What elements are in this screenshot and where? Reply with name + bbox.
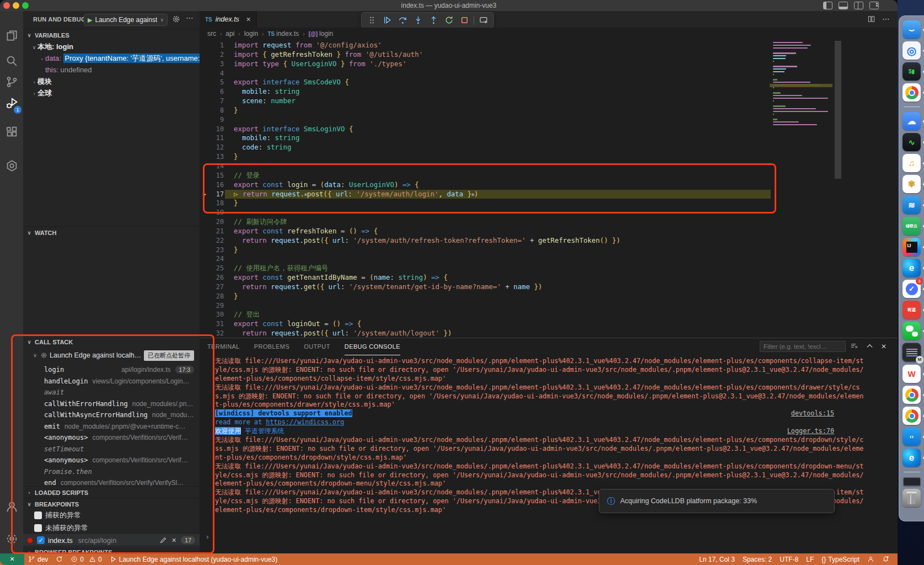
code-line[interactable]: 15// 登录	[200, 171, 898, 180]
stack-frame[interactable]: callWithAsyncErrorHandlingnode_modules…	[23, 409, 200, 421]
breakpoints-section-header[interactable]: ∨BREAKPOINTS	[23, 498, 200, 510]
variable-value[interactable]: Proxy {tenantName: '芋道源码', username:…	[63, 54, 200, 63]
open-inspector-button[interactable]	[476, 14, 491, 27]
toggle-panel-icon[interactable]	[839, 2, 848, 9]
dock-app-cloud-drive-app[interactable]: ☁	[902, 112, 921, 130]
activity-item-explorer[interactable]	[0, 25, 23, 45]
exception-breakpoint-row[interactable]: 捕获的异常	[23, 509, 200, 522]
code-line[interactable]: 27 return request.get({ url: '/system/te…	[200, 282, 898, 292]
code-line[interactable]: 23}	[200, 246, 898, 255]
console-filter-input[interactable]	[760, 341, 846, 352]
statusbar-cursor-position[interactable]: Ln 17, Col 3	[695, 553, 739, 565]
variable-row[interactable]: this: undefined	[23, 64, 200, 76]
dock-app-activity-monitor[interactable]: ∿	[902, 133, 921, 151]
dock-app-youdao-dict[interactable]: 有道	[902, 301, 921, 319]
breakpoint-checkbox[interactable]: ✓	[37, 536, 45, 544]
code-line[interactable]: 26export const getTenantIdByName = (name…	[200, 273, 898, 282]
close-tab-icon[interactable]: ✕	[246, 16, 251, 23]
debug-session-row[interactable]: ∨ Launch Edge against localhost... 已在断点处…	[23, 349, 200, 362]
code-line[interactable]: 29	[200, 301, 898, 311]
panel-tab-terminal[interactable]: TERMINAL	[207, 338, 240, 355]
code-line[interactable]: 32 return request.post({ url: '/system/a…	[200, 329, 898, 338]
statusbar-encoding[interactable]: UTF-8	[776, 553, 802, 565]
split-editor-layout-icon[interactable]	[854, 2, 863, 9]
stack-frame[interactable]: emitnode_modules/.pnpm/@vue+runtime-c…	[23, 421, 200, 433]
step-into-button[interactable]	[410, 14, 426, 27]
dock-app-trash[interactable]	[902, 489, 921, 507]
watch-section-header[interactable]: ∨WATCH	[23, 226, 200, 238]
customize-layout-icon[interactable]	[869, 2, 879, 9]
split-editor-icon[interactable]	[867, 15, 875, 23]
code-line[interactable]: 31export const loginOut = () => {	[200, 319, 898, 329]
activity-item-ai-extension[interactable]	[0, 156, 23, 175]
dock-app-screenshot-preview[interactable]: M	[902, 343, 921, 362]
start-debug-icon[interactable]: ▶	[88, 17, 92, 24]
loaded-scripts-section-header[interactable]: ›LOADED SCRIPTS	[23, 486, 200, 498]
dock-app-compass-app[interactable]: ◎	[902, 41, 921, 60]
statusbar-eol[interactable]: LF	[802, 553, 818, 565]
code-line[interactable]: 13}	[200, 152, 898, 162]
dock-app-ticktick[interactable]: ✓3	[902, 280, 921, 298]
dock-app-intellij-idea[interactable]: IJ	[902, 238, 921, 256]
dock-app-chrome[interactable]	[902, 83, 921, 102]
breadcrumb-item[interactable]: src	[207, 30, 216, 38]
activity-item-source-control[interactable]	[0, 72, 23, 92]
stack-frame[interactable]: callWithErrorHandlingnode_modules/.pnp…	[23, 398, 200, 410]
activity-item-extensions[interactable]	[0, 121, 23, 141]
code-line[interactable]: 19	[200, 208, 898, 217]
drag-handle-button[interactable]	[364, 14, 379, 27]
stack-frame[interactable]: await	[23, 387, 200, 398]
breadcrumb-item[interactable]: login	[244, 30, 258, 38]
code-line[interactable]: 14	[200, 162, 898, 171]
panel-tab-debug-console[interactable]: DEBUG CONSOLE	[345, 338, 400, 355]
panel-tab-problems[interactable]: PROBLEMS	[254, 338, 289, 355]
dock-app-edge[interactable]: e	[902, 259, 921, 277]
breadcrumb-item[interactable]: api	[225, 30, 234, 38]
exception-checkbox[interactable]	[34, 524, 42, 532]
stack-frame[interactable]: <anonymous>components/Verifition/src/Ver…	[23, 432, 200, 444]
toggle-sidebar-icon[interactable]	[823, 2, 832, 9]
tab-index-ts[interactable]: TS index.ts ✕	[200, 11, 257, 28]
notification-toast[interactable]: ⓘ Acquiring CodeLLDB platform package: 3…	[599, 489, 835, 513]
breadcrumb-item[interactable]: [@] login	[309, 30, 334, 38]
dock-app-qq-music[interactable]: ♫	[902, 154, 921, 172]
console-input-prompt[interactable]: ›	[205, 532, 209, 541]
code-line[interactable]: 18}	[200, 199, 898, 208]
code-line[interactable]: 24	[200, 254, 898, 264]
activity-item-settings[interactable]	[0, 529, 23, 548]
breakpoint-file-row[interactable]: ✓index.tssrc/api/login✕17	[23, 534, 200, 547]
variables-section-header[interactable]: ∨VARIABLES	[23, 29, 200, 41]
close-panel-icon[interactable]: ✕	[881, 343, 887, 350]
dock-app-lvlian-cloud[interactable]: 绿联云	[902, 217, 921, 235]
remove-breakpoint-icon[interactable]: ✕	[171, 537, 176, 544]
step-over-button[interactable]	[395, 14, 410, 27]
statusbar-debug-launch-config[interactable]: Launch Edge against localhost (yudao-ui-…	[106, 553, 282, 565]
editor-more-actions-icon[interactable]: ⋯	[882, 14, 890, 23]
statusbar-sync-changes[interactable]	[52, 553, 67, 565]
call-stack-section-header[interactable]: ∨CALL STACK	[23, 335, 200, 348]
stack-frame[interactable]: Promise.then	[23, 466, 200, 478]
statusbar-notifications-bell[interactable]	[878, 553, 893, 565]
variable-row[interactable]: ›data: Proxy {tenantName: '芋道源码', userna…	[23, 52, 200, 64]
stack-frame[interactable]: <anonymous>components/Verifition/src/Ver…	[23, 455, 200, 466]
dock-app-gold-knot-app[interactable]: ✾	[902, 175, 921, 193]
stack-frame[interactable]: loginapi/login/index.ts17:3	[23, 364, 200, 376]
collapse-panel-icon[interactable]	[866, 342, 874, 350]
variables-scope-row[interactable]: ∨本地: login	[23, 41, 200, 52]
dock-app-chrome-3[interactable]	[902, 407, 921, 425]
code-line[interactable]: 30// 登出	[200, 310, 898, 319]
code-line[interactable]: 16export const login = (data: UserLoginV…	[200, 180, 898, 190]
launch-config-dropdown[interactable]: ▶ Launch Edge against ∨	[84, 14, 168, 26]
editor-scrollbar[interactable]	[835, 41, 841, 179]
dock-app-finder[interactable]: ⌣	[902, 20, 921, 39]
activity-item-run-and-debug[interactable]: 1	[0, 93, 23, 113]
variable-value[interactable]: undefined	[60, 66, 92, 74]
statusbar-remote-indicator[interactable]: ✕	[0, 553, 24, 565]
continue-button[interactable]	[379, 14, 395, 27]
statusbar-indentation[interactable]: Spaces: 2	[739, 553, 776, 565]
code-line[interactable]: 28}	[200, 292, 898, 301]
debug-settings-gear-icon[interactable]	[172, 15, 180, 23]
dock-app-docker[interactable]: ≋	[902, 196, 921, 214]
statusbar-git-branch[interactable]: dev	[24, 553, 52, 565]
stack-frame[interactable]: setTimeout	[23, 444, 200, 455]
